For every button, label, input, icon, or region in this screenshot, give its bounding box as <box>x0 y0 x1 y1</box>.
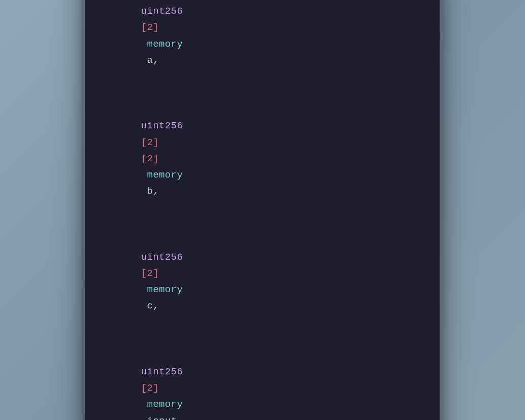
code-line-3: uint256 [2] memory a, <box>105 0 425 85</box>
bracket-a: [2] <box>141 22 159 33</box>
bracket-c: [2] <box>141 268 159 279</box>
keyword-memory-c: memory <box>141 284 183 295</box>
type-uint256-input: uint256 <box>141 366 183 377</box>
type-uint256-a: uint256 <box>141 6 183 17</box>
bracket-b1: [2] <box>141 137 159 148</box>
code-line-4: uint256 [2] [2] memory b, <box>105 85 425 216</box>
code-line-5: uint256 [2] memory c, <box>105 216 425 331</box>
keyword-memory-b: memory <box>141 169 183 181</box>
keyword-memory-a: memory <box>141 39 183 50</box>
code-block: interface IVerifier { function verifyPro… <box>85 0 440 420</box>
bracket-input: [2] <box>141 382 159 394</box>
type-uint256-c: uint256 <box>141 252 183 263</box>
type-uint256-b: uint256 <box>141 120 183 131</box>
bracket-b2: [2] <box>141 153 159 164</box>
keyword-memory-input: memory <box>141 399 183 410</box>
code-line-6: uint256 [2] memory input <box>105 331 425 420</box>
code-window: interface IVerifier { function verifyPro… <box>85 0 440 420</box>
